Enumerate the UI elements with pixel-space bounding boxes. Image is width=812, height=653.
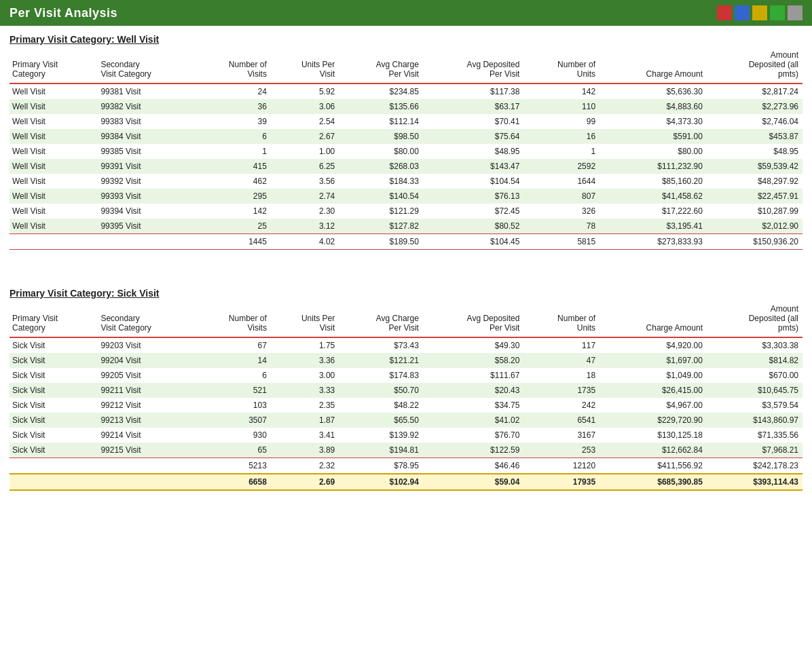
subtotal-row-1: 52132.32$78.95$46.4612120$411,556.92$242… xyxy=(10,458,802,474)
table-row: Sick Visit99214 Visit9303.41$139.92$76.7… xyxy=(10,428,802,443)
cell-0-8-4: $121.29 xyxy=(339,204,423,219)
table-row: Well Visit99392 Visit4623.56$184.33$104.… xyxy=(10,174,802,189)
cell-1-6-2: 930 xyxy=(195,428,271,443)
cell-0-4-2: 1 xyxy=(195,144,271,159)
cell-0-2-0: Well Visit xyxy=(10,114,98,129)
cell-1-2-0: Sick Visit xyxy=(10,368,98,383)
cell-0-4-1: 99385 Visit xyxy=(98,144,195,159)
cell-1-1-2: 14 xyxy=(195,353,271,368)
col-header-0-7: Charge Amount xyxy=(599,48,707,83)
yellow-icon xyxy=(752,5,767,20)
cell-1-6-0: Sick Visit xyxy=(10,428,98,443)
subtotal-cell-1-0 xyxy=(10,458,98,474)
subtotal-cell-1-2: 5213 xyxy=(195,458,271,474)
subtotal-cell-0-1 xyxy=(98,234,195,250)
cell-0-5-0: Well Visit xyxy=(10,159,98,174)
cell-0-5-6: 2592 xyxy=(523,159,599,174)
subtotal-cell-0-6: 5815 xyxy=(523,234,599,250)
cell-0-8-1: 99394 Visit xyxy=(98,204,195,219)
cell-0-3-7: $591.00 xyxy=(599,129,707,144)
cell-1-0-4: $73.43 xyxy=(339,337,423,353)
cell-1-6-6: 3167 xyxy=(523,428,599,443)
table-row: Well Visit99385 Visit11.00$80.00$48.951$… xyxy=(10,144,802,159)
cell-0-5-1: 99391 Visit xyxy=(98,159,195,174)
col-header-0-3: Units PerVisit xyxy=(271,48,339,83)
table-row: Well Visit99381 Visit245.92$234.85$117.3… xyxy=(10,83,802,99)
cell-0-4-8: $48.95 xyxy=(707,144,802,159)
cell-1-4-8: $3,579.54 xyxy=(707,398,802,413)
grandtotal-cell-1-0 xyxy=(10,474,98,490)
cell-0-8-6: 326 xyxy=(523,204,599,219)
cell-1-6-4: $139.92 xyxy=(339,428,423,443)
cell-0-3-5: $75.64 xyxy=(423,129,524,144)
col-header-1-3: Units PerVisit xyxy=(271,301,339,337)
cell-1-5-7: $229,720.90 xyxy=(599,413,707,428)
cell-0-5-2: 415 xyxy=(195,159,271,174)
table-row: Well Visit99393 Visit2952.74$140.54$76.1… xyxy=(10,189,802,204)
table-row: Well Visit99383 Visit392.54$112.14$70.41… xyxy=(10,114,802,129)
cell-1-3-6: 1735 xyxy=(523,383,599,398)
cell-0-0-5: $117.38 xyxy=(423,83,524,99)
subtotal-cell-1-1 xyxy=(98,458,195,474)
subtotal-cell-1-6: 12120 xyxy=(523,458,599,474)
cell-0-1-0: Well Visit xyxy=(10,99,98,114)
cell-0-4-6: 1 xyxy=(523,144,599,159)
col-header-0-4: Avg ChargePer Visit xyxy=(339,48,423,83)
cell-0-4-7: $80.00 xyxy=(599,144,707,159)
grandtotal-cell-1-6: 17935 xyxy=(523,474,599,490)
cell-0-2-6: 99 xyxy=(523,114,599,129)
table-wrap-0: Primary VisitCategorySecondaryVisit Cate… xyxy=(0,48,812,263)
cell-0-0-0: Well Visit xyxy=(10,83,98,99)
cell-0-9-6: 78 xyxy=(523,219,599,234)
cell-0-6-1: 99392 Visit xyxy=(98,174,195,189)
cell-1-0-3: 1.75 xyxy=(271,337,339,353)
cell-0-9-4: $127.82 xyxy=(339,219,423,234)
table-wrap-1: Primary VisitCategorySecondaryVisit Cate… xyxy=(0,301,812,504)
subtotal-row-0: 14454.02$189.50$104.455815$273,833.93$15… xyxy=(10,234,802,250)
cell-0-8-8: $10,287.99 xyxy=(707,204,802,219)
cell-1-4-0: Sick Visit xyxy=(10,398,98,413)
cell-1-6-3: 3.41 xyxy=(271,428,339,443)
cell-1-0-6: 117 xyxy=(523,337,599,353)
table-row: Sick Visit99215 Visit653.89$194.81$122.5… xyxy=(10,443,802,458)
cell-1-7-1: 99215 Visit xyxy=(98,443,195,458)
table-0: Primary VisitCategorySecondaryVisit Cate… xyxy=(10,48,802,250)
cell-1-4-5: $34.75 xyxy=(423,398,524,413)
cell-1-2-4: $174.83 xyxy=(339,368,423,383)
cell-1-7-8: $7,968.21 xyxy=(707,443,802,458)
cell-0-1-1: 99382 Visit xyxy=(98,99,195,114)
cell-1-7-7: $12,662.84 xyxy=(599,443,707,458)
col-header-1-0: Primary VisitCategory xyxy=(10,301,98,337)
cell-0-9-7: $3,195.41 xyxy=(599,219,707,234)
cell-0-7-7: $41,458.62 xyxy=(599,189,707,204)
subtotal-cell-1-5: $46.46 xyxy=(423,458,524,474)
cell-1-3-1: 99211 Visit xyxy=(98,383,195,398)
cell-0-3-2: 6 xyxy=(195,129,271,144)
cell-0-4-3: 1.00 xyxy=(271,144,339,159)
cell-0-6-5: $104.54 xyxy=(423,174,524,189)
cell-0-7-0: Well Visit xyxy=(10,189,98,204)
cell-1-2-5: $111.67 xyxy=(423,368,524,383)
cell-1-1-6: 47 xyxy=(523,353,599,368)
col-header-0-1: SecondaryVisit Category xyxy=(98,48,195,83)
grandtotal-cell-1-5: $59.04 xyxy=(423,474,524,490)
cell-1-1-4: $121.21 xyxy=(339,353,423,368)
col-header-0-6: Number ofUnits xyxy=(523,48,599,83)
table-1: Primary VisitCategorySecondaryVisit Cate… xyxy=(10,301,802,491)
cell-0-1-2: 36 xyxy=(195,99,271,114)
cell-0-5-7: $111,232.90 xyxy=(599,159,707,174)
cell-1-1-1: 99204 Visit xyxy=(98,353,195,368)
cell-0-1-7: $4,883.60 xyxy=(599,99,707,114)
cell-0-6-2: 462 xyxy=(195,174,271,189)
cell-0-3-8: $453.87 xyxy=(707,129,802,144)
cell-0-6-6: 1644 xyxy=(523,174,599,189)
grandtotal-cell-1-8: $393,114.43 xyxy=(707,474,802,490)
cell-0-0-1: 99381 Visit xyxy=(98,83,195,99)
cell-0-9-3: 3.12 xyxy=(271,219,339,234)
cell-0-6-7: $85,160.20 xyxy=(599,174,707,189)
subtotal-cell-0-5: $104.45 xyxy=(423,234,524,250)
cell-1-6-1: 99214 Visit xyxy=(98,428,195,443)
col-header-1-7: Charge Amount xyxy=(599,301,707,337)
cell-1-6-5: $76.70 xyxy=(423,428,524,443)
cell-1-4-7: $4,967.00 xyxy=(599,398,707,413)
